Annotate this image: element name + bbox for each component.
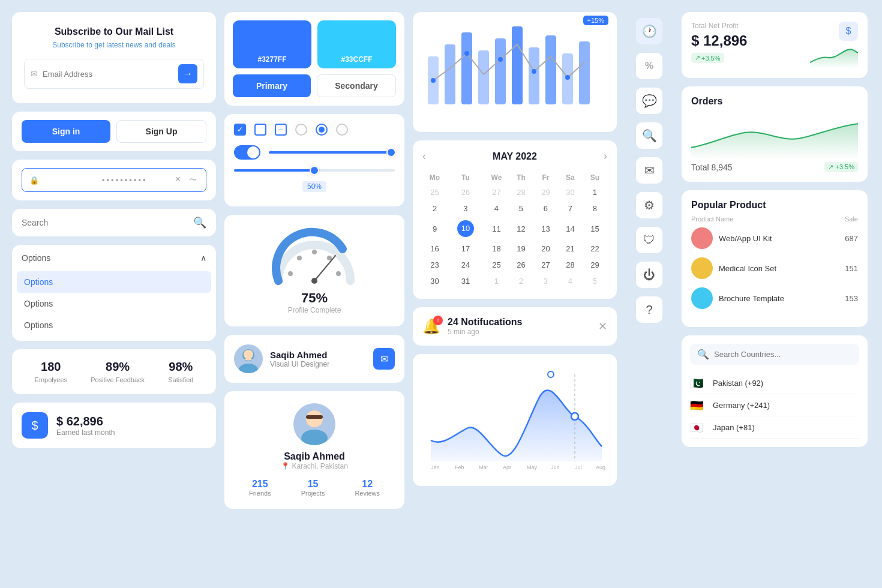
country-name-japan: Japan (+81)	[713, 423, 755, 432]
cal-cell[interactable]: 5	[583, 273, 607, 289]
cal-cell[interactable]: 3	[447, 200, 484, 217]
cal-cell[interactable]: 22	[583, 241, 607, 257]
cal-cell[interactable]: 14	[558, 217, 583, 241]
cal-cell[interactable]: 31	[447, 273, 484, 289]
signin-button[interactable]: Sign in	[22, 120, 110, 143]
cal-cell-today[interactable]: 10	[447, 217, 484, 241]
cal-cell[interactable]: 25	[422, 184, 447, 200]
cal-cell[interactable]: 19	[509, 241, 533, 257]
swatch-blue: #3277FF	[233, 20, 311, 68]
cal-cell[interactable]: 1	[583, 184, 607, 200]
cal-cell[interactable]: 29	[533, 184, 558, 200]
profit-info: Total Net Profit $ 12,896 ↗ +3.5%	[691, 22, 747, 63]
cal-cell[interactable]: 1	[484, 273, 509, 289]
signup-button[interactable]: Sign Up	[116, 120, 206, 143]
checkbox-checked[interactable]: ✓	[234, 124, 246, 136]
cal-cell[interactable]: 3	[533, 273, 558, 289]
orders-badge: ↗ +3.5%	[824, 162, 858, 172]
svg-text:Jun: Jun	[551, 464, 560, 470]
cal-cell[interactable]: 30	[558, 184, 583, 200]
secondary-button[interactable]: Secondary	[317, 74, 396, 97]
range-slider[interactable]	[269, 151, 395, 154]
profile-mail-button[interactable]: ✉	[373, 348, 395, 370]
sidebar-icon-help[interactable]: ?	[636, 296, 662, 323]
feedback-value: 89%	[91, 360, 145, 374]
sidebar-icon-percent[interactable]: %	[636, 53, 662, 79]
cal-cell[interactable]: 27	[484, 184, 509, 200]
friends-label: Friends	[249, 490, 271, 497]
profile2-name: Saqib Ahmed	[234, 451, 395, 462]
dropdown-item-3[interactable]: Options	[17, 314, 211, 336]
dropdown-header[interactable]: Options ∧	[12, 245, 216, 271]
notification-close-button[interactable]: ✕	[598, 320, 607, 333]
sidebar-icon-settings[interactable]: ⚙	[636, 192, 662, 218]
orders-footer: Total 8,945 ↗ +3.5%	[691, 162, 858, 172]
table-row: 16 17 18 19 20 21 22	[422, 241, 607, 257]
radio-checked[interactable]	[316, 124, 328, 136]
cal-cell[interactable]: 26	[509, 257, 533, 273]
list-item: Medical Icon Set 151	[691, 257, 858, 279]
checkbox-empty[interactable]	[254, 124, 266, 136]
cal-next-button[interactable]: ›	[604, 150, 607, 163]
cal-cell[interactable]: 16	[422, 241, 447, 257]
notification-info: 24 Notifucations 5 min ago	[448, 317, 522, 336]
slider-thumb2[interactable]	[310, 166, 319, 175]
cal-cell[interactable]: 28	[558, 257, 583, 273]
radio-empty[interactable]	[336, 124, 348, 136]
checkbox-dash[interactable]: –	[275, 124, 287, 136]
subscribe-button[interactable]: →	[178, 64, 197, 83]
cal-cell[interactable]: 23	[422, 257, 447, 273]
cal-cell[interactable]: 2	[509, 273, 533, 289]
mail-icon: ✉	[31, 69, 38, 79]
cal-cell[interactable]: 20	[533, 241, 558, 257]
cal-cell[interactable]: 24	[447, 257, 484, 273]
toggle-icon[interactable]: 〜	[189, 175, 199, 185]
cal-cell[interactable]: 17	[447, 241, 484, 257]
sidebar-icon-mail[interactable]: ✉	[636, 157, 662, 184]
search-card: 🔍	[12, 209, 216, 236]
cal-cell[interactable]: 15	[583, 217, 607, 241]
cal-cell[interactable]: 25	[484, 257, 509, 273]
cal-cell[interactable]: 8	[583, 200, 607, 217]
cal-cell[interactable]: 18	[484, 241, 509, 257]
cal-prev-button[interactable]: ‹	[422, 150, 426, 163]
stat-satisfied: 98% Satisfied	[168, 360, 193, 383]
slider-thumb[interactable]	[386, 148, 396, 157]
cal-cell[interactable]: 11	[484, 217, 509, 241]
cal-cell[interactable]: 27	[533, 257, 558, 273]
cal-cell[interactable]: 5	[509, 200, 533, 217]
cal-cell[interactable]: 7	[558, 200, 583, 217]
cal-cell[interactable]: 9	[422, 217, 447, 241]
flag-pakistan: 🇵🇰	[690, 377, 707, 389]
cal-cell[interactable]: 4	[558, 273, 583, 289]
cal-day-mo: Mo	[422, 171, 447, 184]
email-field[interactable]	[43, 70, 173, 79]
cal-cell[interactable]: 6	[533, 200, 558, 217]
cal-cell[interactable]: 13	[533, 217, 558, 241]
country-name-germany: Germany (+241)	[713, 401, 770, 410]
sidebar-icon-shield[interactable]: 🛡	[636, 227, 662, 253]
sidebar-icon-chat[interactable]: 💬	[636, 88, 662, 114]
clear-icon[interactable]: ✕	[175, 175, 183, 185]
cal-cell[interactable]: 21	[558, 241, 583, 257]
cal-cell[interactable]: 29	[583, 257, 607, 273]
cal-cell[interactable]: 26	[447, 184, 484, 200]
satisfied-label: Satisfied	[168, 376, 193, 383]
toggle-on[interactable]	[234, 145, 260, 160]
cal-cell[interactable]: 4	[484, 200, 509, 217]
cal-cell[interactable]: 12	[509, 217, 533, 241]
radio-gray[interactable]	[295, 124, 307, 136]
country-search-input[interactable]	[714, 350, 852, 359]
dropdown-item-1[interactable]: Options	[17, 271, 211, 293]
cal-cell[interactable]: 30	[422, 273, 447, 289]
search-input[interactable]	[22, 218, 187, 227]
dropdown-item-2[interactable]: Options	[17, 293, 211, 314]
orders-title: Orders	[691, 96, 858, 107]
sidebar-icon-dashboard[interactable]: 🕐	[636, 18, 662, 44]
primary-button[interactable]: Primary	[233, 74, 311, 97]
country-name-pakistan: Pakistan (+92)	[713, 379, 763, 388]
cal-cell[interactable]: 28	[509, 184, 533, 200]
sidebar-icon-search[interactable]: 🔍	[636, 122, 662, 149]
sidebar-icon-power[interactable]: ⏻	[636, 262, 662, 288]
cal-cell[interactable]: 2	[422, 200, 447, 217]
